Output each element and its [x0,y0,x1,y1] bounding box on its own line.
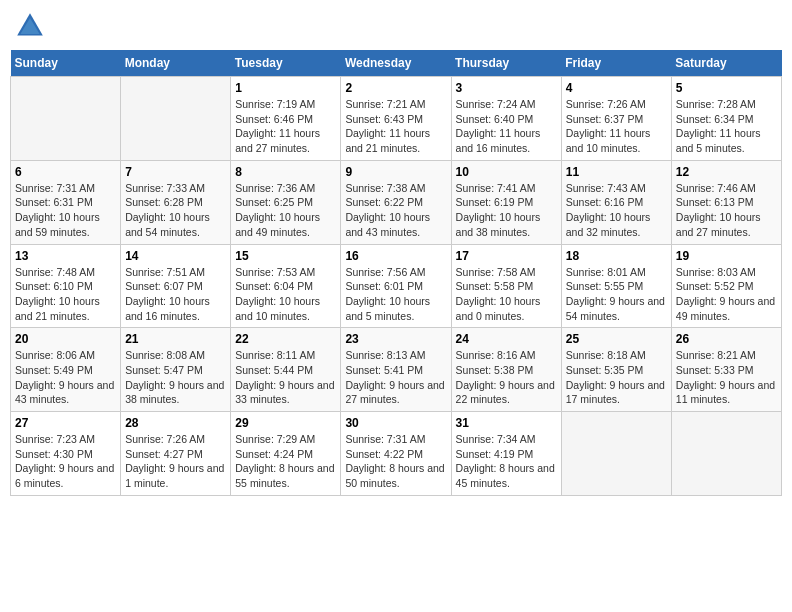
day-number: 2 [345,81,446,95]
calendar-cell: 26Sunrise: 8:21 AMSunset: 5:33 PMDayligh… [671,328,781,412]
day-info: Sunrise: 7:56 AMSunset: 6:01 PMDaylight:… [345,265,446,324]
calendar-cell: 29Sunrise: 7:29 AMSunset: 4:24 PMDayligh… [231,412,341,496]
calendar-cell: 1Sunrise: 7:19 AMSunset: 6:46 PMDaylight… [231,77,341,161]
day-info: Sunrise: 8:08 AMSunset: 5:47 PMDaylight:… [125,348,226,407]
day-number: 12 [676,165,777,179]
calendar-cell: 3Sunrise: 7:24 AMSunset: 6:40 PMDaylight… [451,77,561,161]
day-info: Sunrise: 7:31 AMSunset: 6:31 PMDaylight:… [15,181,116,240]
day-number: 27 [15,416,116,430]
day-info: Sunrise: 8:06 AMSunset: 5:49 PMDaylight:… [15,348,116,407]
day-number: 31 [456,416,557,430]
day-of-week-header: Sunday [11,50,121,77]
day-of-week-header: Thursday [451,50,561,77]
calendar-cell: 24Sunrise: 8:16 AMSunset: 5:38 PMDayligh… [451,328,561,412]
day-info: Sunrise: 7:48 AMSunset: 6:10 PMDaylight:… [15,265,116,324]
day-info: Sunrise: 8:21 AMSunset: 5:33 PMDaylight:… [676,348,777,407]
day-number: 28 [125,416,226,430]
day-number: 21 [125,332,226,346]
day-number: 5 [676,81,777,95]
day-number: 13 [15,249,116,263]
logo [14,10,50,42]
calendar-cell: 20Sunrise: 8:06 AMSunset: 5:49 PMDayligh… [11,328,121,412]
calendar-cell: 7Sunrise: 7:33 AMSunset: 6:28 PMDaylight… [121,160,231,244]
day-number: 20 [15,332,116,346]
calendar-cell: 27Sunrise: 7:23 AMSunset: 4:30 PMDayligh… [11,412,121,496]
calendar-cell: 11Sunrise: 7:43 AMSunset: 6:16 PMDayligh… [561,160,671,244]
day-number: 1 [235,81,336,95]
day-number: 29 [235,416,336,430]
day-info: Sunrise: 7:21 AMSunset: 6:43 PMDaylight:… [345,97,446,156]
calendar-cell: 8Sunrise: 7:36 AMSunset: 6:25 PMDaylight… [231,160,341,244]
day-info: Sunrise: 7:43 AMSunset: 6:16 PMDaylight:… [566,181,667,240]
day-number: 7 [125,165,226,179]
day-number: 3 [456,81,557,95]
day-info: Sunrise: 7:28 AMSunset: 6:34 PMDaylight:… [676,97,777,156]
calendar-cell: 19Sunrise: 8:03 AMSunset: 5:52 PMDayligh… [671,244,781,328]
calendar-cell: 12Sunrise: 7:46 AMSunset: 6:13 PMDayligh… [671,160,781,244]
day-number: 10 [456,165,557,179]
day-number: 15 [235,249,336,263]
day-number: 9 [345,165,446,179]
calendar-cell: 28Sunrise: 7:26 AMSunset: 4:27 PMDayligh… [121,412,231,496]
day-of-week-header: Tuesday [231,50,341,77]
logo-icon [14,10,46,42]
calendar-week-row: 1Sunrise: 7:19 AMSunset: 6:46 PMDaylight… [11,77,782,161]
day-info: Sunrise: 7:53 AMSunset: 6:04 PMDaylight:… [235,265,336,324]
day-info: Sunrise: 7:19 AMSunset: 6:46 PMDaylight:… [235,97,336,156]
day-number: 4 [566,81,667,95]
day-number: 19 [676,249,777,263]
calendar-week-row: 20Sunrise: 8:06 AMSunset: 5:49 PMDayligh… [11,328,782,412]
calendar-cell: 14Sunrise: 7:51 AMSunset: 6:07 PMDayligh… [121,244,231,328]
day-info: Sunrise: 7:34 AMSunset: 4:19 PMDaylight:… [456,432,557,491]
calendar-cell [671,412,781,496]
day-info: Sunrise: 7:51 AMSunset: 6:07 PMDaylight:… [125,265,226,324]
day-number: 14 [125,249,226,263]
calendar-header-row: SundayMondayTuesdayWednesdayThursdayFrid… [11,50,782,77]
day-number: 8 [235,165,336,179]
calendar-cell: 30Sunrise: 7:31 AMSunset: 4:22 PMDayligh… [341,412,451,496]
day-info: Sunrise: 7:26 AMSunset: 6:37 PMDaylight:… [566,97,667,156]
day-info: Sunrise: 7:46 AMSunset: 6:13 PMDaylight:… [676,181,777,240]
day-number: 24 [456,332,557,346]
day-number: 22 [235,332,336,346]
day-info: Sunrise: 7:26 AMSunset: 4:27 PMDaylight:… [125,432,226,491]
day-number: 18 [566,249,667,263]
day-info: Sunrise: 8:13 AMSunset: 5:41 PMDaylight:… [345,348,446,407]
calendar-cell: 4Sunrise: 7:26 AMSunset: 6:37 PMDaylight… [561,77,671,161]
day-info: Sunrise: 7:29 AMSunset: 4:24 PMDaylight:… [235,432,336,491]
day-info: Sunrise: 7:36 AMSunset: 6:25 PMDaylight:… [235,181,336,240]
day-info: Sunrise: 8:03 AMSunset: 5:52 PMDaylight:… [676,265,777,324]
day-number: 17 [456,249,557,263]
calendar-table: SundayMondayTuesdayWednesdayThursdayFrid… [10,50,782,496]
day-number: 30 [345,416,446,430]
day-info: Sunrise: 7:58 AMSunset: 5:58 PMDaylight:… [456,265,557,324]
day-number: 23 [345,332,446,346]
calendar-cell: 16Sunrise: 7:56 AMSunset: 6:01 PMDayligh… [341,244,451,328]
calendar-cell: 15Sunrise: 7:53 AMSunset: 6:04 PMDayligh… [231,244,341,328]
day-of-week-header: Wednesday [341,50,451,77]
day-info: Sunrise: 8:18 AMSunset: 5:35 PMDaylight:… [566,348,667,407]
calendar-cell [11,77,121,161]
calendar-cell: 22Sunrise: 8:11 AMSunset: 5:44 PMDayligh… [231,328,341,412]
day-number: 16 [345,249,446,263]
day-info: Sunrise: 8:16 AMSunset: 5:38 PMDaylight:… [456,348,557,407]
page-header [10,10,782,42]
calendar-cell: 5Sunrise: 7:28 AMSunset: 6:34 PMDaylight… [671,77,781,161]
calendar-cell: 2Sunrise: 7:21 AMSunset: 6:43 PMDaylight… [341,77,451,161]
calendar-cell: 17Sunrise: 7:58 AMSunset: 5:58 PMDayligh… [451,244,561,328]
day-info: Sunrise: 7:38 AMSunset: 6:22 PMDaylight:… [345,181,446,240]
calendar-week-row: 6Sunrise: 7:31 AMSunset: 6:31 PMDaylight… [11,160,782,244]
day-of-week-header: Friday [561,50,671,77]
day-info: Sunrise: 7:33 AMSunset: 6:28 PMDaylight:… [125,181,226,240]
calendar-cell: 23Sunrise: 8:13 AMSunset: 5:41 PMDayligh… [341,328,451,412]
calendar-cell: 18Sunrise: 8:01 AMSunset: 5:55 PMDayligh… [561,244,671,328]
day-number: 26 [676,332,777,346]
day-info: Sunrise: 7:23 AMSunset: 4:30 PMDaylight:… [15,432,116,491]
calendar-cell: 21Sunrise: 8:08 AMSunset: 5:47 PMDayligh… [121,328,231,412]
calendar-cell: 25Sunrise: 8:18 AMSunset: 5:35 PMDayligh… [561,328,671,412]
day-info: Sunrise: 8:01 AMSunset: 5:55 PMDaylight:… [566,265,667,324]
day-number: 11 [566,165,667,179]
calendar-week-row: 27Sunrise: 7:23 AMSunset: 4:30 PMDayligh… [11,412,782,496]
day-info: Sunrise: 8:11 AMSunset: 5:44 PMDaylight:… [235,348,336,407]
calendar-cell [561,412,671,496]
